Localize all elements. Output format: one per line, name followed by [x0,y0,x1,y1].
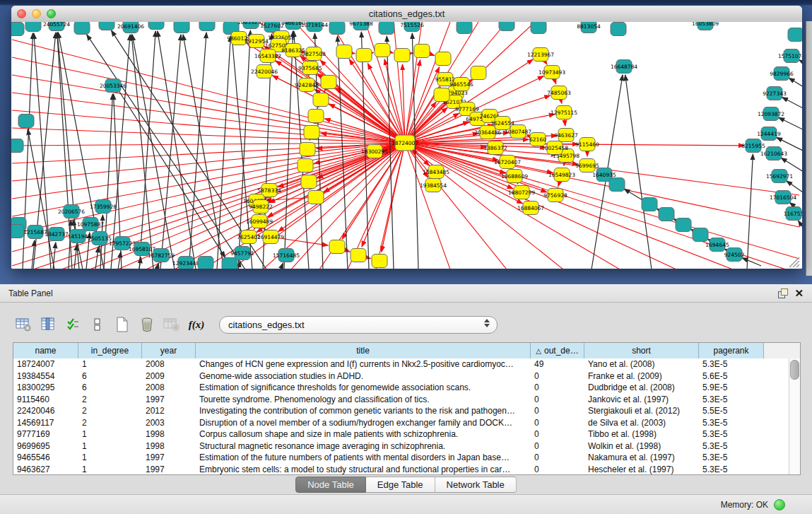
table-cell[interactable]: Structural magnetic resonance image aver… [196,441,531,451]
table-cell[interactable]: Estimation of significance thresholds fo… [196,382,531,392]
table-cell[interactable]: 1 [78,429,142,439]
table-cell[interactable]: 18300295 [13,382,78,392]
graph-node[interactable] [693,228,708,242]
graph-node[interactable] [304,126,319,139]
graph-node[interactable] [329,240,345,254]
column-header-pagerank[interactable]: pagerank [699,343,764,358]
table-row[interactable]: 1456911722003Disruption of a novel membe… [13,417,800,429]
table-cell[interactable]: 1998 [142,441,196,451]
table-cell[interactable]: 1 [78,452,142,462]
table-cell[interactable]: de Silva et al. (2003) [584,418,699,428]
graph-node[interactable] [199,22,215,31]
table-cell[interactable]: 2012 [142,406,196,416]
table-cell[interactable]: 5.6E-5 [699,371,764,381]
table-cell[interactable]: 0 [531,429,584,439]
network-view-window[interactable]: citations_edges.txt 24055724206914061065… [11,6,802,269]
table-selector-combo[interactable]: citations_edges.txt [219,316,498,334]
table-cell[interactable]: 5.3E-5 [699,465,764,474]
table-scrollbar[interactable] [789,358,800,474]
new-column-icon[interactable] [110,314,134,335]
select-all-icon[interactable] [61,314,85,335]
table-cell[interactable]: 5.3E-5 [699,418,764,428]
graph-node[interactable] [414,45,430,58]
table-cell[interactable]: 2008 [142,382,196,392]
table-cell[interactable]: 9463627 [13,465,78,474]
delete-icon[interactable] [135,314,159,335]
graph-node[interactable] [11,139,23,153]
graph-node[interactable] [531,22,546,34]
table-cell[interactable]: 0 [531,406,584,416]
table-row[interactable]: 1938455462009Genome-wide association stu… [13,370,800,382]
tab-edge-table[interactable]: Edge Table [366,477,435,493]
table-cell[interactable]: 0 [531,465,584,474]
table-cell[interactable]: Nakamura et al. (1997) [584,452,699,462]
table-cell[interactable]: 0 [531,382,584,392]
graph-node[interactable] [356,49,372,62]
graph-node[interactable] [308,191,324,204]
table-row[interactable]: 977716911998Corpus callosum shape and si… [13,428,800,440]
table-cell[interactable]: Genome-wide association studies in ADHD. [196,371,531,381]
table-cell[interactable]: 0 [531,395,584,404]
graph-node[interactable] [99,22,114,30]
graph-node[interactable] [375,44,390,57]
table-cell[interactable]: 49 [531,359,584,369]
table-cell[interactable]: 2003 [142,418,196,428]
window-resize-grip[interactable] [793,261,799,267]
table-cell[interactable]: Estimation of the future numbers of pati… [196,452,531,462]
table-cell[interactable]: Yano et al. (2008) [584,359,699,369]
table-cell[interactable]: 5.9E-5 [699,382,764,392]
table-cell[interactable]: 1 [78,441,142,451]
table-cell[interactable]: 1998 [142,429,196,439]
table-row[interactable]: 969969511998Structural magnetic resonanc… [13,440,800,452]
table-cell[interactable]: 5.3E-5 [699,395,764,404]
graph-node[interactable] [434,88,449,102]
table-cell[interactable]: 5.3E-5 [699,429,764,439]
table-cell[interactable]: 14569117 [13,418,78,428]
graph-node[interactable] [372,255,387,268]
table-cell[interactable]: 0 [531,418,584,428]
close-panel-icon[interactable]: ✕ [794,288,804,298]
graph-node[interactable] [659,208,674,221]
delete-table-icon[interactable] [160,314,184,335]
graph-node[interactable] [308,110,324,123]
table-cell[interactable]: 5.3E-5 [699,452,764,462]
table-cell[interactable]: 2008 [142,359,196,369]
graph-node[interactable] [25,22,41,32]
table-row[interactable]: 2242004622012Investigating the contribut… [13,405,800,417]
graph-node[interactable] [336,45,352,59]
column-header-short[interactable]: short [584,343,699,358]
table-cell[interactable]: Wolkin et al. (1998) [584,441,699,451]
table-cell[interactable]: 2 [78,395,142,404]
function-builder-icon[interactable]: f(x) [184,314,208,335]
citation-graph[interactable]: 2405572420691406106532571527602946616010… [11,22,802,269]
table-row[interactable]: 1830029562008Estimation of significance … [13,382,800,394]
graph-node[interactable] [611,23,626,36]
table-cell[interactable]: Corpus callosum shape and size in male p… [196,429,531,439]
table-cell[interactable]: 5.3E-5 [699,359,764,369]
table-cell[interactable]: Stergiakouli et al. (2012) [584,406,699,416]
table-row[interactable]: 946554611997Estimation of the future num… [13,452,800,464]
table-cell[interactable]: 6 [78,371,142,381]
column-select-icon[interactable] [36,314,60,335]
column-header-title[interactable]: title [196,343,531,358]
table-cell[interactable]: 2009 [142,371,196,381]
table-cell[interactable]: 1 [78,465,142,474]
table-cell[interactable]: Tibbo et al. (1998) [584,429,699,439]
table-cell[interactable]: Changes of HCN gene expression and I(f) … [196,359,531,369]
graph-node[interactable] [300,143,315,156]
scrollbar-thumb[interactable] [790,360,799,380]
table-cell[interactable]: 0 [531,371,584,381]
graph-node[interactable] [394,49,410,62]
graph-node[interactable] [609,178,625,192]
graph-node[interactable] [18,115,34,128]
table-cell[interactable]: 6 [78,382,142,392]
graph-node[interactable] [11,23,24,36]
graph-node[interactable] [301,175,317,189]
table-cell[interactable]: Disruption of a novel member of a sodium… [196,418,531,428]
table-cell[interactable]: 1997 [142,452,196,462]
table-cell[interactable]: Hescheler et al. (1997) [584,465,699,474]
graph-node[interactable] [642,198,657,211]
table-settings-icon[interactable] [11,314,35,335]
table-cell[interactable]: 5.3E-5 [699,441,764,451]
graph-node[interactable] [788,28,802,42]
